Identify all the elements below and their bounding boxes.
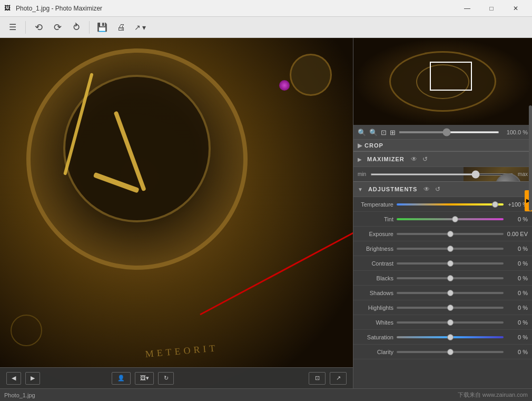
maximizer-controls: min max	[358, 171, 528, 177]
clarity-slider[interactable]	[397, 351, 504, 353]
window-title: Photo_1.jpg - Photo Maximizer	[16, 5, 455, 12]
blacks-label: Blacks	[356, 275, 397, 281]
tint-label: Tint	[356, 216, 397, 222]
share-button[interactable]: ↗	[330, 372, 347, 385]
tint-slider-wrap	[397, 214, 504, 224]
maximizer-eye-icon[interactable]: 👁	[411, 155, 417, 163]
bottom-bar: Photo_1.jpg 下载来自 www.zairuan.com	[0, 388, 532, 401]
rotate-button[interactable]: ↻	[158, 372, 174, 385]
image-panel: METEORIT ◀ ▶ 👤 🖼▾ ↻ ⊡	[0, 38, 353, 388]
thumbnail-section	[353, 38, 532, 125]
highlights-value: 0 %	[504, 305, 528, 311]
shadows-slider[interactable]	[397, 292, 504, 294]
zoom-bar: 🔍 🔍 ⊡ ⊞ 100.0 %	[353, 125, 532, 140]
adjustments-expand-icon: ▼	[358, 187, 363, 192]
adjustments-section-header[interactable]: ▼ ADJUSTMENTS 👁 ↺ ▶	[353, 181, 532, 197]
gallery-icon: 🖼▾	[140, 375, 149, 382]
maximizer-slider[interactable]	[370, 173, 514, 175]
whites-slider[interactable]	[397, 321, 504, 324]
temperature-slider-wrap	[397, 199, 504, 210]
toolbar: ☰ ⟲ ⟳ ⥁ 💾 🖨 ↗ ▾	[0, 17, 532, 38]
close-button[interactable]: ✕	[504, 0, 528, 17]
saturation-slider[interactable]	[397, 336, 504, 338]
adjustment-row-blacks: Blacks 0 %	[353, 271, 532, 286]
print-button[interactable]: 🖨	[113, 19, 130, 36]
zoom-actual-icon: ⊞	[390, 129, 396, 136]
adjustments-content: Temperature +100 % Tint 0 % Exposure	[353, 197, 532, 388]
export-img-button[interactable]: ⊡	[309, 372, 326, 385]
zoom-actual-button[interactable]: ⊞	[390, 128, 396, 136]
temperature-slider[interactable]	[397, 203, 504, 206]
highlights-slider-wrap	[397, 302, 504, 313]
exposure-slider[interactable]	[397, 233, 504, 235]
crop-arrow-icon: ▶	[358, 142, 362, 149]
adjustment-row-whites: Whites 0 %	[353, 315, 532, 330]
zoom-fit-button[interactable]: ⊡	[381, 128, 387, 136]
export-button[interactable]: ↗ ▾	[132, 19, 149, 36]
main-content: METEORIT ◀ ▶ 👤 🖼▾ ↻ ⊡	[0, 38, 532, 388]
small-gear-1	[290, 54, 332, 96]
maximizer-reset-icon[interactable]: ↺	[422, 155, 428, 163]
adjustment-row-clarity: Clarity 0 %	[353, 345, 532, 359]
maximize-button[interactable]: □	[479, 0, 504, 17]
clarity-slider-wrap	[397, 347, 504, 357]
adjustment-row-contrast: Contrast 0 %	[353, 256, 532, 271]
redo-icon: ⟳	[54, 22, 62, 33]
zoom-value: 100.0 %	[503, 129, 528, 135]
window-controls: — □ ✕	[455, 0, 528, 17]
zoom-slider[interactable]	[399, 131, 499, 133]
print-icon: 🖨	[117, 23, 125, 32]
adjustment-row-exposure: Exposure 0.00 EV	[353, 227, 532, 241]
thumbnail-image[interactable]	[353, 38, 532, 125]
next-image-button[interactable]: ▶	[25, 372, 40, 385]
blacks-slider[interactable]	[397, 277, 504, 279]
contrast-slider-wrap	[397, 258, 504, 269]
prev-image-button[interactable]: ◀	[6, 372, 21, 385]
contrast-slider[interactable]	[397, 262, 504, 265]
exposure-slider-wrap	[397, 229, 504, 239]
zoom-in-icon: 🔍	[369, 129, 378, 136]
whites-label: Whites	[356, 319, 397, 326]
redo2-button[interactable]: ⥁	[68, 19, 85, 36]
gallery-button[interactable]: 🖼▾	[135, 372, 154, 385]
export-img-icon: ⊡	[315, 375, 320, 382]
zoom-out-button[interactable]: 🔍	[358, 128, 366, 136]
image-nav: ◀ ▶ 👤 🖼▾ ↻ ⊡ ↗	[0, 367, 353, 388]
right-panel: 🔍 🔍 ⊡ ⊞ 100.0 % ▶ CROP ▶ MAXIMIZER 👁 ↺	[353, 38, 532, 388]
clarity-value: 0 %	[504, 349, 528, 355]
person-icon: 👤	[117, 375, 125, 382]
save-button[interactable]: 💾	[94, 19, 111, 36]
blacks-slider-wrap	[397, 273, 504, 283]
brightness-value: 0 %	[504, 246, 528, 252]
adjustments-reset-icon[interactable]: ↺	[435, 185, 440, 193]
maximizer-expand-icon: ▶	[358, 157, 362, 162]
undo-button[interactable]: ⟲	[30, 19, 47, 36]
adjustment-row-brightness: Brightness 0 %	[353, 241, 532, 256]
highlights-slider[interactable]	[397, 307, 504, 309]
adjustment-row-saturation: Saturation 0 %	[353, 330, 532, 345]
redo-button[interactable]: ⟳	[49, 19, 66, 36]
shadows-label: Shadows	[356, 290, 397, 296]
scrollbar-thumb[interactable]	[529, 105, 532, 211]
temperature-label: Temperature	[356, 201, 397, 208]
crop-section-header[interactable]: ▶ CROP	[353, 140, 532, 151]
contrast-label: Contrast	[356, 260, 397, 267]
gem	[279, 80, 290, 91]
zoom-in-button[interactable]: 🔍	[369, 128, 378, 136]
saturation-value: 0 %	[504, 334, 528, 340]
export-icon: ↗ ▾	[134, 23, 146, 32]
tint-slider[interactable]	[397, 218, 504, 220]
exposure-label: Exposure	[356, 231, 397, 237]
fit-image-button[interactable]: 👤	[112, 372, 131, 385]
whites-slider-wrap	[397, 317, 504, 328]
adjustments-eye-icon[interactable]: 👁	[423, 185, 430, 193]
thumbnail-selection[interactable]	[430, 62, 472, 91]
maximizer-section-header[interactable]: ▶ MAXIMIZER 👁 ↺	[353, 151, 532, 167]
app-icon: 🖼	[4, 4, 13, 13]
saturation-slider-wrap	[397, 332, 504, 343]
whites-value: 0 %	[504, 319, 528, 326]
brightness-slider[interactable]	[397, 248, 504, 250]
minimize-button[interactable]: —	[455, 0, 479, 17]
crop-label: CROP	[364, 142, 383, 149]
menu-button[interactable]: ☰	[4, 19, 21, 36]
